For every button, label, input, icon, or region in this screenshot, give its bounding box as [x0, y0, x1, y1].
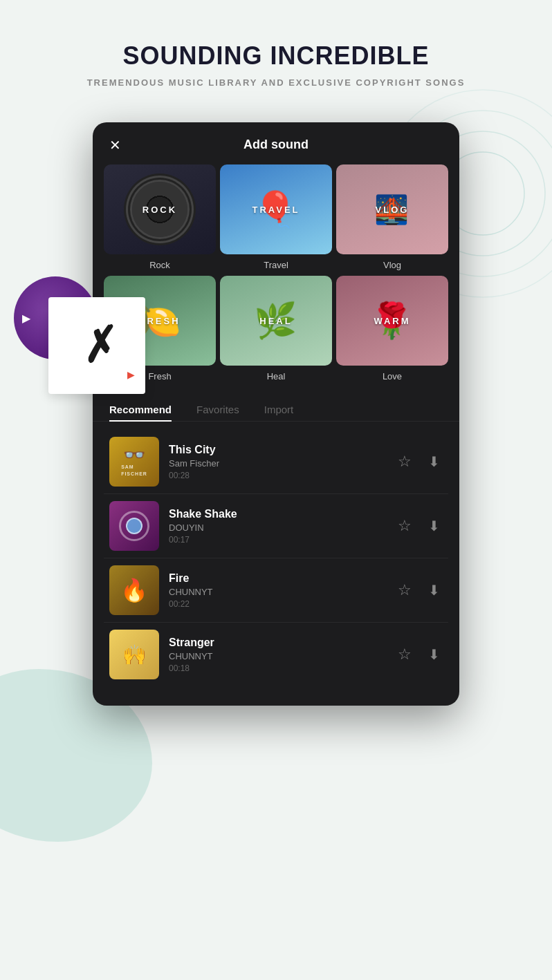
genre-item-love[interactable]: 🌹 WARM Love: [336, 276, 448, 383]
plant-icon: 🌿: [254, 301, 299, 341]
fire-icon: 🔥: [120, 579, 148, 601]
tab-bar: Recommend Favorites Import: [93, 387, 459, 422]
song-title-1: This City: [169, 444, 395, 456]
genre-item-rock[interactable]: ROCK Rock: [104, 164, 216, 272]
song-item-2[interactable]: Shake Shake DOUYIN 00:17 ☆ ⬇: [104, 494, 448, 558]
song-artist-1: Sam Fischer: [169, 458, 395, 469]
favorite-button-4[interactable]: ☆: [395, 644, 414, 665]
genre-grid: ROCK Rock 🎈 TRAVEL Travel 🌉 VLOG Vlog: [93, 164, 459, 383]
page-header: SOUNDING INCREDIBLE TREMENDOUS MUSIC LIB…: [0, 0, 552, 109]
genre-name-heal: Heal: [220, 366, 332, 383]
song-info-3: Fire CHUNNYT 00:22: [169, 572, 395, 609]
star-icon-1: ☆: [398, 454, 412, 469]
download-button-1[interactable]: ⬇: [425, 452, 443, 471]
favorite-button-1[interactable]: ☆: [395, 451, 414, 472]
song-info-1: This City Sam Fischer 00:28: [169, 444, 395, 480]
tab-recommend[interactable]: Recommend: [109, 398, 172, 421]
song-duration-2: 00:17: [169, 535, 395, 545]
genre-name-rock: Rock: [104, 254, 216, 272]
glasses-icon: 👓: [123, 446, 145, 464]
hands-icon: 🙌: [122, 643, 147, 666]
download-button-2[interactable]: ⬇: [425, 516, 443, 536]
add-sound-modal: ✕ Add sound ROCK Rock 🎈 TRAVEL Travel: [93, 122, 459, 706]
circle-icon: [119, 511, 149, 541]
song-thumb-2: [109, 501, 159, 551]
song-item-4[interactable]: 🙌 Stranger CHUNNYT 00:18 ☆ ⬇: [104, 623, 448, 686]
download-button-3[interactable]: ⬇: [425, 581, 443, 600]
download-icon-2: ⬇: [428, 519, 440, 533]
star-icon-2: ☆: [398, 518, 412, 534]
favorite-button-2[interactable]: ☆: [395, 516, 414, 536]
modal-header: ✕ Add sound: [93, 122, 459, 164]
modal-wrapper: ✕ Add sound ROCK Rock 🎈 TRAVEL Travel: [93, 122, 459, 706]
song-artist-2: DOUYIN: [169, 522, 395, 533]
song-actions-1: ☆ ⬇: [395, 451, 443, 472]
song-list: 👓 SAMFISCHER This City Sam Fischer 00:28…: [93, 424, 459, 692]
page-subtitle: TREMENDOUS MUSIC LIBRARY AND EXCLUSIVE C…: [28, 77, 524, 88]
genre-name-love: Love: [336, 366, 448, 383]
song-item-3[interactable]: 🔥 Fire CHUNNYT 00:22 ☆ ⬇: [104, 558, 448, 623]
song-title-2: Shake Shake: [169, 508, 395, 520]
song-duration-4: 00:18: [169, 663, 395, 673]
genre-item-heal[interactable]: 🌿 HEAL Heal: [220, 276, 332, 383]
favorite-button-3[interactable]: ☆: [395, 580, 414, 601]
song-actions-2: ☆ ⬇: [395, 516, 443, 536]
genre-name-travel: Travel: [220, 254, 332, 272]
song-artist-4: CHUNNYT: [169, 651, 395, 661]
genre-item-travel[interactable]: 🎈 TRAVEL Travel: [220, 164, 332, 272]
tab-favorites[interactable]: Favorites: [196, 398, 239, 421]
vinyl-disc-icon: [132, 182, 187, 237]
song-item-1[interactable]: 👓 SAMFISCHER This City Sam Fischer 00:28…: [104, 430, 448, 494]
song-title-4: Stranger: [169, 637, 395, 649]
song-artist-3: CHUNNYT: [169, 587, 395, 597]
tab-import[interactable]: Import: [264, 398, 294, 421]
song-duration-1: 00:28: [169, 471, 395, 480]
page-title: SOUNDING INCREDIBLE: [28, 41, 524, 70]
song-title-3: Fire: [169, 572, 395, 585]
song-thumb-1: 👓 SAMFISCHER: [109, 437, 159, 487]
song-info-2: Shake Shake DOUYIN 00:17: [169, 508, 395, 545]
genre-item-vlog[interactable]: 🌉 VLOG Vlog: [336, 164, 448, 272]
song-thumb-3: 🔥: [109, 565, 159, 615]
download-button-4[interactable]: ⬇: [425, 645, 443, 664]
song-duration-3: 00:22: [169, 599, 395, 609]
flower-icon: 🌹: [370, 301, 415, 341]
close-button[interactable]: ✕: [109, 138, 121, 152]
balloon-icon: 🎈: [254, 192, 299, 227]
star-icon-4: ☆: [398, 647, 412, 662]
modal-title: Add sound: [243, 138, 309, 152]
song-info-4: Stranger CHUNNYT 00:18: [169, 637, 395, 673]
download-icon-1: ⬇: [428, 455, 440, 469]
song-actions-3: ☆ ⬇: [395, 580, 443, 601]
bridge-icon: 🌉: [374, 194, 411, 226]
download-icon-4: ⬇: [428, 648, 440, 661]
logo-x-icon: ✗: [74, 318, 120, 374]
genre-name-vlog: Vlog: [336, 254, 448, 272]
song-thumb-4: 🙌: [109, 630, 159, 679]
logo-arrow-icon: ▶: [127, 369, 135, 380]
star-icon-3: ☆: [398, 583, 412, 598]
logo-card: ✗ ▶: [48, 297, 145, 394]
download-icon-3: ⬇: [428, 583, 440, 597]
song-actions-4: ☆ ⬇: [395, 644, 443, 665]
